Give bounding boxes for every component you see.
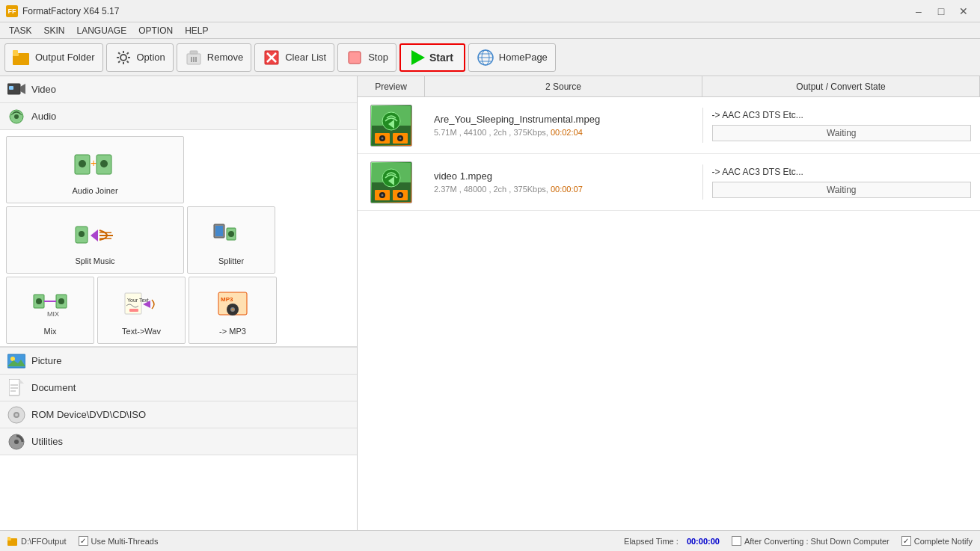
svg-rect-20 [9,86,13,90]
svg-point-87 [382,112,400,130]
multi-threads-label: Use Multi-Threads [91,537,159,546]
category-video[interactable]: Video [0,76,357,103]
svg-text:+: + [91,157,97,169]
menu-bar: TASK SKIN LANGUAGE OPTION HELP [0,22,980,39]
file-source-2: video 1.mpeg 2.37M , 48000 , 2ch , 375Kb… [425,164,703,200]
option-button[interactable]: Option [106,43,174,72]
file-meta-plain-1: 5.71M , 44100 , 2ch , 375Kbps, [434,128,551,137]
elapsed-value: 00:00:00 [687,537,720,546]
folder-icon [13,49,31,67]
svg-rect-5 [190,51,197,54]
text-wav-item[interactable]: Your Text Text->Wav [97,277,186,344]
menu-skin[interactable]: SKIN [37,24,70,37]
video-label: Video [31,84,56,95]
utilities-label: Utilities [31,436,63,447]
output-path-label: D:\FFOutput [21,537,67,546]
restore-button[interactable]: □ [931,4,952,19]
file-output-1: -> AAC AC3 DTS Etc... Waiting [703,104,981,147]
complete-notify-checkbox[interactable]: ✓ [901,536,911,546]
audio-section: + Audio Joiner [0,130,357,348]
clear-list-button[interactable]: Clear List [254,43,334,72]
mp3-icon: MP3 [212,285,254,327]
output-folder-label: Output Folder [35,52,95,63]
status-bar: D:\FFOutput ✓ Use Multi-Threads Elapsed … [0,530,980,551]
category-rom[interactable]: ROM Device\DVD\CD\ISO [0,401,357,428]
mix-item[interactable]: MIX Mix [6,277,94,344]
svg-point-84 [14,440,19,444]
splitter-icon [210,215,252,256]
split-music-icon [74,215,116,256]
file-list: Are_You_Sleeping_Instrumental.mpeg 5.71M… [358,97,980,530]
text-wav-label: Text->Wav [122,327,161,336]
homepage-button[interactable]: HomePage [468,43,556,72]
status-badge-1: Waiting [712,125,972,141]
start-button[interactable]: Start [399,43,465,72]
toolbar: Output Folder Option Remove [0,39,980,76]
menu-task[interactable]: TASK [3,24,37,37]
output-folder-button[interactable]: Output Folder [4,43,103,72]
multi-threads-checkbox[interactable]: ✓ [79,536,88,546]
clear-list-icon [263,49,281,67]
svg-point-29 [79,231,85,237]
splitter-item[interactable]: Splitter [187,206,275,274]
svg-marker-30 [91,230,98,241]
window-title: FormatFactory X64 5.17 [22,6,908,16]
audio-joiner-icon: + [74,144,116,186]
minimize-button[interactable]: – [908,4,929,19]
category-utilities[interactable]: Utilities [0,428,357,455]
file-meta-duration-2: 00:00:07 [551,185,583,194]
svg-rect-35 [215,226,223,236]
stop-button[interactable]: Stop [337,43,396,72]
remove-button[interactable]: Remove [177,43,251,72]
audio-grid: + Audio Joiner [0,130,357,347]
file-preview-2 [358,156,425,209]
mix-icon: MIX [29,285,71,327]
after-converting-checkbox[interactable] [732,536,741,546]
file-thumb-2 [370,161,412,203]
remove-icon [185,49,203,67]
splitter-label: Splitter [218,256,244,265]
col-header-source: 2 Source [425,76,702,96]
file-meta-plain-2: 2.37M , 48000 , 2ch , 375Kbps, [434,185,551,194]
file-preview-1 [358,99,425,153]
audio-joiner-item[interactable]: + Audio Joiner [6,136,184,203]
title-bar: FF FormatFactory X64 5.17 – □ ✕ [0,0,980,22]
split-music-label: Split Music [75,256,114,265]
svg-point-104 [399,194,402,196]
svg-point-27 [100,160,108,167]
mp3-item[interactable]: MP3 -> MP3 [189,277,277,344]
table-row[interactable]: video 1.mpeg 2.37M , 48000 , 2ch , 375Kb… [358,154,980,211]
category-document[interactable]: Document [0,375,357,401]
left-panel: Video Audio [0,76,358,530]
audio-joiner-label: Audio Joiner [72,186,117,195]
svg-point-24 [79,160,86,167]
complete-notify-item[interactable]: ✓ Complete Notify [901,536,973,546]
globe-icon [477,49,494,67]
rom-icon [7,406,25,424]
svg-rect-12 [349,52,361,64]
table-row[interactable]: Are_You_Sleeping_Instrumental.mpeg 5.71M… [358,97,980,154]
svg-rect-45 [129,309,138,312]
main-content: Video Audio [0,76,980,530]
document-icon [7,379,25,397]
menu-language[interactable]: LANGUAGE [70,24,132,37]
split-music-item[interactable]: Split Music [6,206,184,274]
elapsed-label: Elapsed Time : [624,537,679,546]
after-converting-label: After Converting : Shut Down Computer [744,537,889,546]
svg-point-3 [120,55,126,61]
start-label: Start [429,52,453,64]
close-button[interactable]: ✕ [953,4,974,19]
svg-text:MIX: MIX [47,310,59,318]
menu-option[interactable]: OPTION [132,24,179,37]
svg-point-22 [14,114,19,119]
multi-threads-item[interactable]: ✓ Use Multi-Threads [79,536,159,546]
menu-help[interactable]: HELP [179,24,214,37]
after-converting-item[interactable]: After Converting : Shut Down Computer [732,536,889,546]
file-source-1: Are_You_Sleeping_Instrumental.mpeg 5.71M… [425,108,703,143]
svg-point-41 [58,298,64,304]
column-headers: Preview 2 Source Output / Convert State [358,76,980,97]
category-audio[interactable]: Audio [0,103,357,130]
category-picture[interactable]: Picture [0,348,357,375]
clear-list-label: Clear List [285,52,326,63]
svg-text:MP3: MP3 [221,296,233,303]
